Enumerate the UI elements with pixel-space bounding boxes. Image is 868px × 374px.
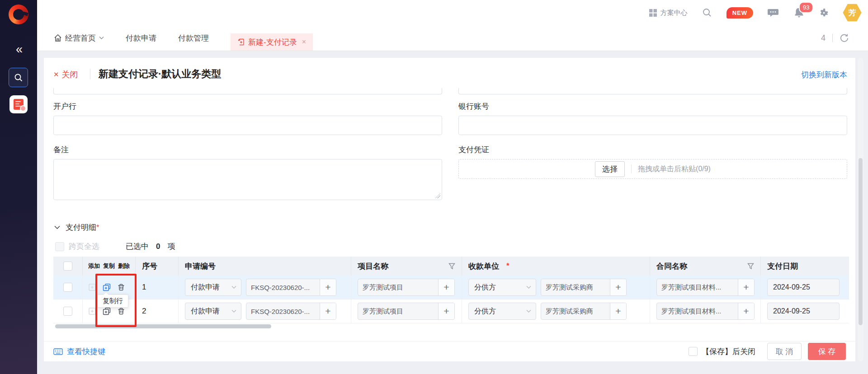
row-checkbox[interactable] [63, 307, 72, 316]
filter-icon[interactable] [448, 263, 455, 270]
app-logo-icon[interactable] [9, 5, 28, 24]
contract-field: 罗芳测试项目材料... + [656, 303, 755, 320]
grid-icon [649, 9, 657, 17]
user-avatar[interactable]: 芳 [843, 4, 862, 22]
cross-page-select-checkbox[interactable] [55, 242, 64, 251]
save-button[interactable]: 保 存 [808, 343, 846, 360]
sidebar-collapse-icon[interactable]: « [0, 42, 37, 56]
project-add-button[interactable]: + [438, 279, 454, 295]
apply-type-select[interactable]: 付款申请 [185, 303, 241, 320]
project-field: 罗芳测试项目 + [358, 279, 455, 296]
tabbar-tools: 4 [821, 33, 849, 43]
save-then-close-checkbox[interactable] [689, 347, 698, 356]
payment-detail-section-toggle[interactable]: 支付明细* [54, 222, 99, 233]
account-input[interactable] [458, 116, 847, 135]
contract-add-button[interactable]: + [738, 279, 754, 295]
select-all-checkbox[interactable] [63, 262, 72, 271]
payee-value[interactable]: 罗芳测试采购商 [541, 303, 610, 319]
row-seq: 2 [142, 307, 146, 316]
payee-type-select[interactable]: 分供方 [468, 303, 536, 320]
tab-payment-management-label: 付款管理 [178, 33, 209, 43]
required-mark: * [506, 262, 509, 271]
chevron-down-icon [231, 285, 236, 289]
apply-no-value[interactable]: FKSQ-20230620-... [246, 279, 320, 295]
contract-value[interactable]: 罗芳测试项目材料... [657, 279, 738, 295]
contract-add-button[interactable]: + [738, 303, 754, 319]
project-value[interactable]: 罗芳测试项目 [358, 303, 438, 319]
sidebar-payment-doc-button[interactable] [9, 95, 28, 113]
horizontal-scrollbar-thumb[interactable] [55, 324, 271, 328]
project-value[interactable]: 罗芳测试项目 [358, 279, 438, 295]
view-shortcuts-link[interactable]: 查看快捷键 [53, 346, 105, 357]
settings-gear-icon[interactable] [819, 8, 829, 18]
chevron-down-icon [526, 309, 531, 313]
home-icon [54, 34, 62, 42]
header-pay-date: 支付日期 [761, 257, 849, 276]
pay-date-input[interactable]: 2024-09-25 [767, 279, 840, 296]
new-badge[interactable]: NEW [726, 7, 753, 19]
apply-type-select[interactable]: 付款申请 [185, 279, 241, 296]
filter-icon[interactable] [747, 263, 754, 270]
apply-no-add-button[interactable]: + [320, 279, 336, 295]
close-panel-button[interactable]: ✕ 关闭 [53, 69, 78, 80]
selected-prefix: 已选中 [126, 241, 149, 252]
selected-suffix: 项 [167, 241, 175, 252]
contract-field: 罗芳测试项目材料... + [656, 279, 755, 296]
voucher-label: 支付凭证 [458, 145, 489, 155]
new-payment-record-panel: ✕ 关闭 新建支付记录·默认业务类型 切换到新版本 开户行 银行账号 备注 支付… [44, 58, 855, 361]
message-icon[interactable] [768, 8, 778, 18]
selected-count: 0 [156, 242, 160, 251]
tab-close-icon[interactable]: × [302, 38, 306, 46]
payment-doc-icon [14, 99, 24, 110]
doc-badge-icon [20, 105, 26, 112]
doc-plus-icon [237, 38, 245, 46]
payee-add-button[interactable]: + [610, 303, 626, 319]
bank-input[interactable] [53, 116, 442, 135]
page-title: 新建支付记录·默认业务类型 [99, 67, 221, 81]
divider [631, 164, 632, 173]
pay-date-input[interactable]: 2024-09-25 [767, 303, 840, 320]
cancel-button[interactable]: 取 消 [767, 343, 802, 360]
avatar-text: 芳 [849, 8, 856, 18]
header-apply-no: 申请编号 [179, 257, 351, 276]
truncated-input-left[interactable] [53, 88, 442, 94]
search-icon [14, 73, 24, 83]
project-add-button[interactable]: + [438, 303, 454, 319]
keyboard-icon [53, 348, 63, 355]
row-seq: 1 [142, 283, 146, 292]
table-header-row: 添加 复制 删除 序号 申请编号 项目名称 收款单位 * 合同名 [53, 257, 849, 276]
vertical-scrollbar-thumb[interactable] [859, 158, 863, 325]
header-add-label: 添加 [88, 262, 100, 270]
tab-payment-request[interactable]: 付款申请 [126, 33, 156, 43]
payee-value[interactable]: 罗芳测试采购商 [541, 279, 610, 295]
copy-row-tooltip: 复制行 [97, 295, 128, 308]
refresh-icon[interactable] [840, 33, 849, 43]
truncated-input-right[interactable] [458, 88, 847, 94]
contract-value[interactable]: 罗芳测试项目材料... [657, 303, 738, 319]
sidebar-search-button[interactable] [9, 68, 28, 87]
resize-handle[interactable] [435, 193, 440, 198]
payee-type-select[interactable]: 分供方 [468, 279, 536, 296]
switch-version-link[interactable]: 切换到新版本 [801, 70, 847, 80]
chevron-down-icon [99, 36, 104, 40]
voucher-hint: 拖拽或单击后粘贴(0/9) [638, 164, 711, 174]
search-icon[interactable] [702, 8, 712, 18]
remark-textarea[interactable] [53, 159, 442, 200]
header-seq: 序号 [136, 257, 179, 276]
tab-home[interactable]: 经营首页 [54, 33, 104, 43]
voucher-upload-area[interactable]: 选择 拖拽或单击后粘贴(0/9) [458, 159, 847, 179]
row-checkbox[interactable] [63, 283, 72, 292]
project-field: 罗芳测试项目 + [358, 303, 455, 320]
notification-bell-button[interactable]: 93 [794, 7, 804, 18]
voucher-select-button[interactable]: 选择 [595, 161, 625, 177]
solution-center-button[interactable]: 方案中心 [649, 9, 688, 17]
remark-label: 备注 [53, 145, 69, 155]
payee-add-button[interactable]: + [610, 279, 626, 295]
apply-no-value[interactable]: FKSQ-20230620-... [246, 303, 320, 319]
panel-footer: 查看快捷键 【保存】后关闭 取 消 保 存 [44, 341, 855, 361]
tab-new-payment-record[interactable]: 新建-支付记录 × [231, 33, 313, 51]
tab-active-label: 新建-支付记录 [248, 37, 297, 47]
tab-payment-management[interactable]: 付款管理 [178, 33, 209, 43]
apply-no-add-button[interactable]: + [320, 303, 336, 319]
solution-center-label: 方案中心 [660, 9, 688, 17]
